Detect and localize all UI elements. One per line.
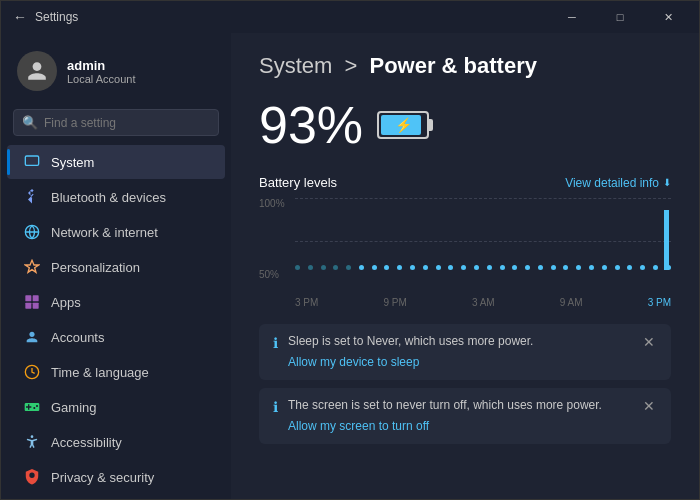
breadcrumb-current: Power & battery — [369, 53, 537, 78]
time-icon — [23, 363, 41, 381]
chart-dot — [295, 265, 300, 270]
chart-dot — [372, 265, 377, 270]
battery-icon: ⚡ — [377, 111, 429, 139]
chart-x-3am: 3 AM — [472, 297, 495, 308]
user-profile[interactable]: admin Local Account — [1, 41, 231, 101]
chart-area — [295, 198, 671, 284]
close-button[interactable]: ✕ — [645, 1, 691, 33]
user-type: Local Account — [67, 73, 136, 85]
sidebar-item-update[interactable]: Windows Update — [7, 495, 225, 499]
search-icon: 🔍 — [22, 115, 38, 130]
maximize-button[interactable]: □ — [597, 1, 643, 33]
notification-screen-link[interactable]: Allow my screen to turn off — [288, 419, 429, 433]
notification-screen: ℹ The screen is set to never turn off, w… — [259, 388, 671, 444]
bluetooth-icon — [23, 188, 41, 206]
search-box[interactable]: 🔍 — [13, 109, 219, 136]
notification-sleep-text: Sleep is set to Never, which uses more p… — [288, 334, 631, 348]
chart-spike — [664, 210, 669, 270]
chart-dot — [602, 265, 607, 270]
notification-info-icon-2: ℹ — [273, 399, 278, 415]
battery-icon-wrapper: ⚡ — [377, 111, 429, 139]
avatar — [17, 51, 57, 91]
chart-x-3pm-early: 3 PM — [295, 297, 318, 308]
sidebar-item-system[interactable]: System — [7, 145, 225, 179]
sidebar-item-network[interactable]: Network & internet — [7, 215, 225, 249]
page-title: System > Power & battery — [259, 53, 671, 79]
sidebar-item-bluetooth-label: Bluetooth & devices — [51, 190, 166, 205]
sidebar-item-apps-label: Apps — [51, 295, 81, 310]
chart-dot — [512, 265, 517, 270]
notification-sleep-close[interactable]: ✕ — [641, 334, 657, 350]
chart-x-3pm-late: 3 PM — [648, 297, 671, 308]
chart-dot — [589, 265, 594, 270]
chart-x-9am: 9 AM — [560, 297, 583, 308]
battery-chart: 100% 50% — [259, 198, 671, 308]
nav-list: System Bluetooth & devices Network & int… — [1, 144, 231, 499]
chart-dot — [500, 265, 505, 270]
sidebar-item-apps[interactable]: Apps — [7, 285, 225, 319]
chart-dot — [397, 265, 402, 270]
page-header: System > Power & battery — [259, 53, 671, 79]
chart-dot — [461, 265, 466, 270]
system-icon — [23, 153, 41, 171]
chart-dot — [525, 265, 530, 270]
svg-rect-4 — [25, 303, 31, 309]
sidebar-item-network-label: Network & internet — [51, 225, 158, 240]
chart-dot — [563, 265, 568, 270]
notification-info-icon: ℹ — [273, 335, 278, 351]
battery-percentage: 93% — [259, 99, 363, 151]
chart-dot — [346, 265, 351, 270]
sidebar-item-accessibility-label: Accessibility — [51, 435, 122, 450]
personalization-icon — [23, 258, 41, 276]
sidebar-item-personalization[interactable]: Personalization — [7, 250, 225, 284]
chart-dots-row — [295, 265, 671, 270]
sidebar-item-privacy[interactable]: Privacy & security — [7, 460, 225, 494]
chart-dot — [551, 265, 556, 270]
sidebar-item-bluetooth[interactable]: Bluetooth & devices — [7, 180, 225, 214]
view-detailed-link[interactable]: View detailed info ⬇ — [565, 176, 671, 190]
main-layout: admin Local Account 🔍 System — [1, 33, 699, 499]
chart-y-labels: 100% 50% — [259, 198, 285, 284]
sidebar-item-time-label: Time & language — [51, 365, 149, 380]
accounts-icon — [23, 328, 41, 346]
chart-link-icon: ⬇ — [663, 177, 671, 188]
chart-dot — [640, 265, 645, 270]
notification-sleep: ℹ Sleep is set to Never, which uses more… — [259, 324, 671, 380]
chart-gridline-50 — [295, 241, 671, 242]
search-input[interactable] — [44, 116, 210, 130]
battery-lightning-icon: ⚡ — [395, 117, 412, 133]
chart-dot — [474, 265, 479, 270]
battery-row: 93% ⚡ — [259, 99, 671, 151]
chart-dot — [423, 265, 428, 270]
sidebar-item-time[interactable]: Time & language — [7, 355, 225, 389]
sidebar-item-accounts[interactable]: Accounts — [7, 320, 225, 354]
sidebar-item-accessibility[interactable]: Accessibility — [7, 425, 225, 459]
back-button[interactable]: ← — [13, 9, 27, 25]
chart-dot — [615, 265, 620, 270]
minimize-button[interactable]: ─ — [549, 1, 595, 33]
sidebar-item-personalization-label: Personalization — [51, 260, 140, 275]
chart-x-9pm: 9 PM — [383, 297, 406, 308]
user-info: admin Local Account — [67, 58, 136, 85]
user-name: admin — [67, 58, 136, 73]
svg-rect-0 — [25, 156, 38, 165]
sidebar-item-accounts-label: Accounts — [51, 330, 104, 345]
chart-x-labels: 3 PM 9 PM 3 AM 9 AM 3 PM — [295, 297, 671, 308]
gaming-icon — [23, 398, 41, 416]
notification-sleep-link[interactable]: Allow my device to sleep — [288, 355, 419, 369]
chart-dot — [384, 265, 389, 270]
sidebar-item-gaming-label: Gaming — [51, 400, 97, 415]
titlebar-title: Settings — [35, 10, 78, 24]
battery-chart-section: Battery levels View detailed info ⬇ 100%… — [259, 175, 671, 308]
titlebar-controls: ─ □ ✕ — [549, 1, 691, 33]
notification-screen-text: The screen is set to never turn off, whi… — [288, 398, 631, 412]
sidebar-item-privacy-label: Privacy & security — [51, 470, 154, 485]
chart-dot — [410, 265, 415, 270]
svg-point-7 — [31, 435, 34, 438]
chart-title: Battery levels — [259, 175, 337, 190]
notification-screen-close[interactable]: ✕ — [641, 398, 657, 414]
breadcrumb-parent: System — [259, 53, 332, 78]
chart-y-50: 50% — [259, 269, 285, 280]
titlebar: ← Settings ─ □ ✕ — [1, 1, 699, 33]
sidebar-item-gaming[interactable]: Gaming — [7, 390, 225, 424]
